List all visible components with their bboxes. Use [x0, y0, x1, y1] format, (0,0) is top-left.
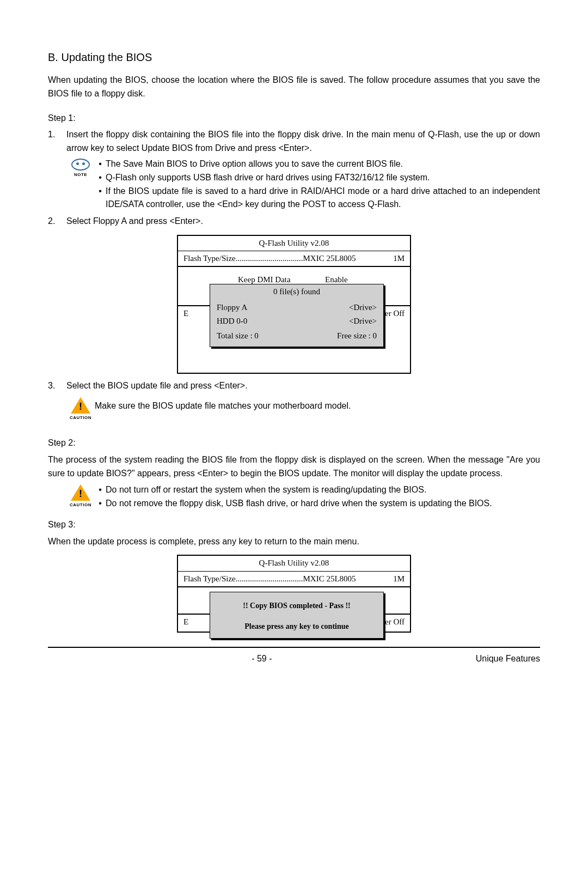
- bullet-text: The Save Main BIOS to Drive option allow…: [106, 157, 540, 171]
- list-body: Insert the floppy disk containing the BI…: [66, 128, 540, 155]
- bullet: • Do not turn off or restart the system …: [95, 483, 540, 497]
- bullet-text: If the BIOS update file is saved to a ha…: [106, 185, 540, 212]
- caution-bullets: • Do not turn off or restart the system …: [95, 483, 540, 511]
- e-fragment: E: [183, 616, 193, 628]
- popup-footer: Total size : 0 Free size : 0: [210, 329, 383, 347]
- drive-type: <Drive>: [349, 315, 377, 327]
- step2-paragraph: The process of the system reading the BI…: [48, 453, 540, 481]
- popup-body: Floppy A <Drive> HDD 0-0 <Drive>: [210, 300, 383, 329]
- popup-row: HDD 0-0 <Drive>: [210, 314, 383, 328]
- qflash-flash-row: Flash Type/Size.........................…: [178, 251, 410, 267]
- qflash-flash-row: Flash Type/Size.........................…: [178, 572, 410, 587]
- caution-icon: !: [71, 397, 90, 414]
- step1-item1: 1. Insert the floppy disk containing the…: [48, 128, 540, 155]
- bullet-dot: •: [95, 157, 106, 171]
- bullet-text: Do not turn off or restart the system wh…: [106, 483, 540, 497]
- completion-popup: !! Copy BIOS completed - Pass !! Please …: [210, 592, 384, 638]
- caution-text: Make sure the BIOS update file matches y…: [95, 396, 540, 421]
- bullet: • Do not remove the floppy disk, USB fla…: [95, 497, 540, 511]
- text: The: [106, 159, 123, 168]
- caution-block-2: ! CAUTION • Do not turn off or restart t…: [66, 483, 540, 511]
- caution-label: CAUTION: [70, 415, 91, 421]
- step-3-label: Step 3:: [48, 518, 540, 532]
- step3-paragraph: When the update process is complete, pre…: [48, 535, 540, 549]
- free-size: Free size : 0: [337, 330, 377, 342]
- menu-name: Update BIOS from Drive: [142, 143, 236, 153]
- note-bullets: • The Save Main BIOS to Drive option all…: [95, 157, 540, 211]
- bullet-dot: •: [95, 483, 106, 497]
- bullet: • If the BIOS update file is saved to a …: [95, 185, 540, 212]
- drive-popup: 0 file(s) found Floppy A <Drive> HDD 0-0…: [210, 284, 384, 347]
- drive-name: Floppy A: [217, 301, 247, 314]
- popup-row: Floppy A <Drive>: [210, 301, 383, 314]
- bullet: • Q-Flash only supports USB flash drive …: [95, 171, 540, 185]
- list-number: 1.: [48, 128, 66, 155]
- list-number: 3.: [48, 379, 66, 393]
- popup-header: 0 file(s) found: [210, 284, 383, 300]
- step1-item3: 3. Select the BIOS update file and press…: [48, 379, 540, 393]
- text: option allows you to save the current BI…: [220, 159, 403, 168]
- page-footer: - 59 - Unique Features: [48, 647, 540, 666]
- caution-label: CAUTION: [70, 502, 91, 508]
- option-name: Save Main BIOS to Drive: [123, 159, 220, 168]
- caution-block-1: ! CAUTION Make sure the BIOS update file…: [66, 396, 540, 421]
- footer-section-name: Unique Features: [476, 652, 540, 666]
- e-fragment: E: [183, 307, 193, 320]
- text: and press <Enter>.: [126, 216, 203, 226]
- page-number: - 59 -: [252, 652, 272, 666]
- drive-type: <Drive>: [349, 301, 377, 314]
- bullet: • The Save Main BIOS to Drive option all…: [95, 157, 540, 171]
- section-title: B. Updating the BIOS: [48, 49, 540, 66]
- drive-name: HDD 0-0: [217, 315, 247, 327]
- qflash-title: Q-Flash Utility v2.08: [178, 556, 410, 571]
- intro-paragraph: When updating the BIOS, choose the locat…: [48, 74, 540, 101]
- bullet-dot: •: [95, 171, 106, 185]
- qflash-panel-2: Q-Flash Utility v2.08 Flash Type/Size...…: [177, 555, 411, 633]
- list-number: 2.: [48, 215, 66, 228]
- qflash-title: Q-Flash Utility v2.08: [178, 236, 410, 251]
- total-size: Total size : 0: [217, 330, 259, 342]
- step-1-label: Step 1:: [48, 112, 540, 125]
- bullet-text: Do not remove the floppy disk, USB flash…: [106, 497, 540, 511]
- note-label: NOTE: [74, 172, 87, 178]
- bullet-text: Q-Flash only supports USB flash drive or…: [106, 171, 540, 185]
- bullet-dot: •: [95, 185, 106, 212]
- note-block: NOTE • The Save Main BIOS to Drive optio…: [66, 157, 540, 211]
- list-body: Select Floppy A and press <Enter>.: [66, 215, 540, 228]
- popup-message-1: !! Copy BIOS completed - Pass !!: [213, 600, 380, 612]
- text: Select: [66, 216, 93, 226]
- flash-label: Flash Type/Size.........................…: [183, 252, 356, 265]
- caution-icon-column: ! CAUTION: [66, 483, 95, 511]
- flash-size: 1M: [393, 573, 405, 585]
- popup-message-2: Please press any key to continue: [213, 621, 380, 633]
- option-name: Floppy A: [93, 216, 126, 226]
- flash-size: 1M: [393, 252, 405, 265]
- caution-icon-column: ! CAUTION: [66, 396, 95, 421]
- note-icon-column: NOTE: [66, 157, 95, 211]
- document-page: B. Updating the BIOS When updating the B…: [0, 0, 588, 688]
- step-2-label: Step 2:: [48, 436, 540, 450]
- step1-item2: 2. Select Floppy A and press <Enter>.: [48, 215, 540, 228]
- qflash-panel-1: Q-Flash Utility v2.08 Flash Type/Size...…: [177, 235, 411, 374]
- bullet-dot: •: [95, 497, 106, 511]
- flash-label: Flash Type/Size.........................…: [183, 573, 356, 585]
- caution-icon: !: [71, 484, 90, 501]
- list-body: Select the BIOS update file and press <E…: [66, 379, 540, 393]
- text: and press <Enter>.: [235, 143, 312, 153]
- note-icon: [71, 159, 90, 171]
